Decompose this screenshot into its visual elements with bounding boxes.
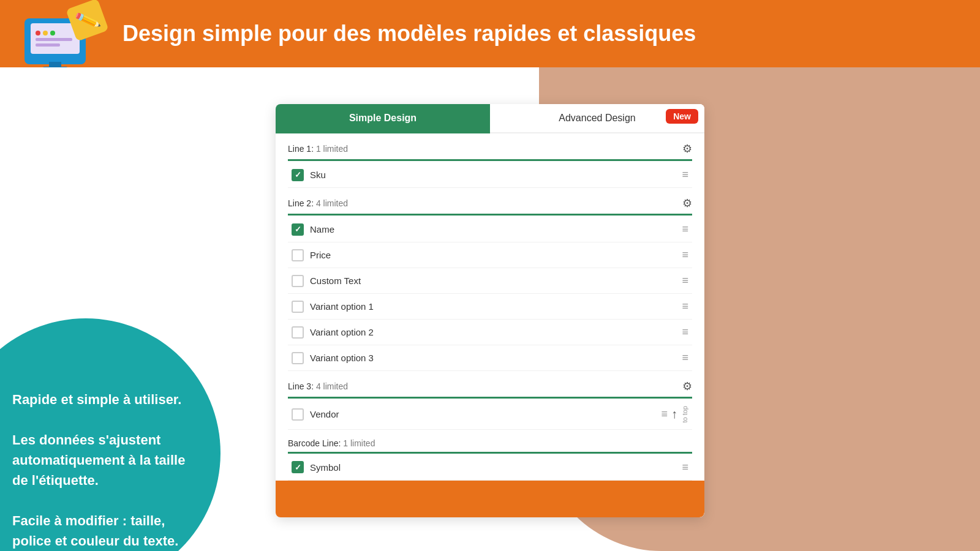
checkbox-variant3[interactable] [292, 352, 304, 364]
new-badge: New [666, 109, 698, 124]
item-price-left: Price [292, 249, 331, 261]
header: ✏️ Design simple pour des modèles rapide… [0, 0, 980, 67]
item-sku-left: Sku [292, 169, 326, 181]
item-row-variant1: Variant option 1 ≡ [288, 294, 692, 320]
drag-handle-name[interactable]: ≡ [682, 223, 688, 236]
label-variant1: Variant option 1 [310, 301, 374, 312]
section-line2-divider [288, 214, 692, 216]
header-logo: ✏️ [24, 3, 104, 64]
section-line2-header: Line 2: 4 limited ⚙ [288, 188, 692, 214]
section-barcode-limit: 1 limited [343, 438, 375, 448]
left-text-line1: Rapide et simple à utiliser. [12, 392, 181, 407]
checkbox-symbol[interactable] [292, 461, 304, 473]
dialog: Simple Design Advanced Design New Line 1… [276, 104, 704, 517]
section-line2-title: Line 2: 4 limited [288, 198, 348, 208]
label-vendor: Vendor [310, 409, 339, 419]
bottom-bar [276, 481, 704, 517]
label-variant2: Variant option 2 [310, 327, 374, 337]
drag-handle-sku[interactable]: ≡ [682, 168, 688, 181]
vendor-controls: ≡ ↑ to top [661, 406, 688, 423]
left-text-line2: Les données s'ajustent automatiquement à… [12, 432, 185, 488]
up-arrow-vendor[interactable]: ↑ [671, 407, 677, 421]
section-barcode-divider [288, 452, 692, 454]
teal-circle: Rapide et simple à utiliser. Les données… [0, 318, 221, 551]
checkbox-vendor[interactable] [292, 408, 304, 421]
item-row-variant3: Variant option 3 ≡ [288, 345, 692, 371]
label-price: Price [310, 250, 331, 260]
checkbox-variant2[interactable] [292, 326, 304, 339]
item-symbol-left: Symbol [292, 461, 341, 473]
section-line1-divider [288, 159, 692, 161]
checkbox-name[interactable] [292, 223, 304, 236]
dialog-body: Line 1: 1 limited ⚙ Sku ≡ Line 2: 4 limi… [276, 133, 704, 517]
item-row-price: Price ≡ [288, 242, 692, 268]
body: Rapide et simple à utiliser. Les données… [0, 67, 980, 551]
checkbox-variant1[interactable] [292, 301, 304, 313]
section-line3-limit: 4 limited [316, 381, 348, 391]
section-line3-header: Line 3: 4 limited ⚙ [288, 371, 692, 397]
item-customtext-left: Custom Text [292, 275, 361, 287]
item-row-customtext: Custom Text ≡ [288, 268, 692, 294]
item-variant2-left: Variant option 2 [292, 326, 374, 339]
section-line1-limit: 1 limited [316, 144, 348, 154]
drag-handle-symbol[interactable]: ≡ [682, 461, 688, 474]
drag-handle-variant1[interactable]: ≡ [682, 300, 688, 313]
item-row-sku: Sku ≡ [288, 162, 692, 188]
section-line3-divider [288, 397, 692, 399]
section-line2-gear-icon[interactable]: ⚙ [682, 197, 692, 210]
checkbox-price[interactable] [292, 249, 304, 261]
item-row-name: Name ≡ [288, 217, 692, 242]
item-name-left: Name [292, 223, 334, 236]
header-title: Design simple pour des modèles rapides e… [123, 21, 696, 47]
left-panel-text: Rapide et simple à utiliser. Les données… [0, 298, 221, 551]
item-variant3-left: Variant option 3 [292, 352, 374, 364]
tab-simple-design[interactable]: Simple Design [276, 104, 490, 133]
item-row-symbol: Symbol ≡ [288, 455, 692, 481]
drag-handle-vendor[interactable]: ≡ [661, 408, 668, 421]
section-line1-title: Line 1: 1 limited [288, 144, 348, 154]
left-panel: Rapide et simple à utiliser. Les données… [0, 67, 233, 551]
label-variant3: Variant option 3 [310, 353, 374, 363]
drag-handle-variant3[interactable]: ≡ [682, 351, 688, 364]
section-line1-gear-icon[interactable]: ⚙ [682, 142, 692, 156]
section-line3-gear-icon[interactable]: ⚙ [682, 380, 692, 393]
checkbox-customtext[interactable] [292, 275, 304, 287]
monitor-stand [49, 62, 61, 67]
drag-handle-variant2[interactable]: ≡ [682, 326, 688, 339]
item-row-vendor: Vendor ≡ ↑ to top [288, 400, 692, 430]
item-row-variant2: Variant option 2 ≡ [288, 320, 692, 345]
section-line3-title: Line 3: 4 limited [288, 381, 348, 391]
label-customtext: Custom Text [310, 276, 361, 286]
label-name: Name [310, 224, 334, 234]
label-sku: Sku [310, 170, 326, 180]
checkbox-sku[interactable] [292, 169, 304, 181]
tab-bar: Simple Design Advanced Design New [276, 104, 704, 133]
section-barcode-header: Barcode Line: 1 limited [288, 430, 692, 452]
drag-handle-customtext[interactable]: ≡ [682, 274, 688, 287]
drag-handle-price[interactable]: ≡ [682, 249, 688, 261]
section-barcode-title: Barcode Line: 1 limited [288, 438, 375, 448]
center-panel: Simple Design Advanced Design New Line 1… [233, 67, 747, 551]
scroll-to-top-label: to top [681, 406, 688, 423]
label-symbol: Symbol [310, 462, 341, 473]
section-line2-limit: 4 limited [316, 198, 348, 208]
item-variant1-left: Variant option 1 [292, 301, 374, 313]
item-vendor-left: Vendor [292, 408, 339, 421]
section-line1-header: Line 1: 1 limited ⚙ [288, 133, 692, 159]
left-text-line3: Facile à modifier : taille, police et co… [12, 513, 178, 549]
